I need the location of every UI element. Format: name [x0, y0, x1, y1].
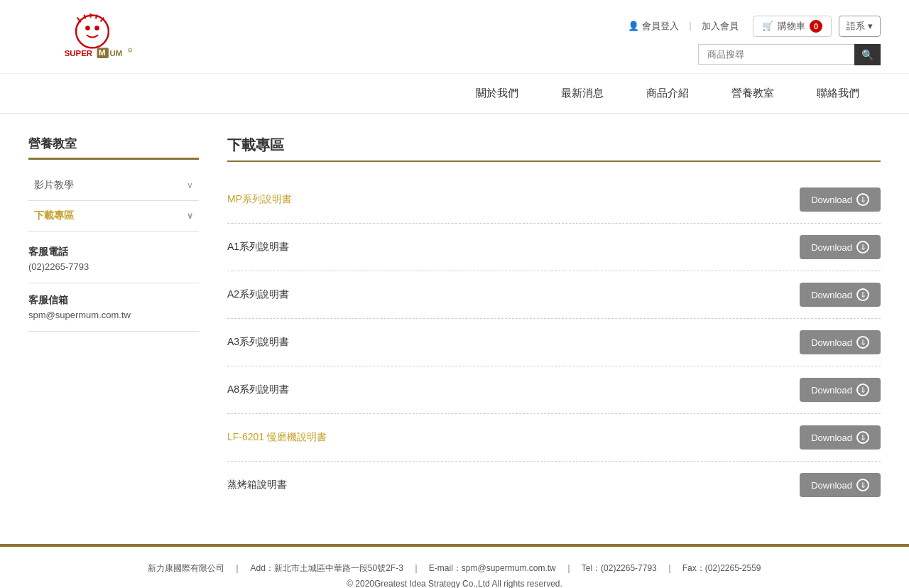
- contact-phone-value: (02)2265-7793: [28, 261, 199, 283]
- search-input[interactable]: [698, 44, 854, 65]
- svg-point-0: [76, 15, 109, 48]
- cart-icon: 🛒: [762, 21, 773, 31]
- person-icon: 👤: [628, 21, 639, 31]
- contact-email-value: spm@supermum.com.tw: [28, 310, 199, 332]
- sidebar-item-download[interactable]: 下載專區 ∨: [28, 201, 199, 232]
- doc-title-2: A2系列說明書: [227, 288, 289, 301]
- download-row: A1系列說明書Download ⇓: [227, 224, 881, 271]
- doc-title-5[interactable]: LF-6201 慢磨機說明書: [227, 431, 327, 444]
- doc-title-0[interactable]: MP系列說明書: [227, 193, 292, 206]
- svg-text:UM: UM: [110, 49, 123, 58]
- doc-title-4: A8系列說明書: [227, 383, 289, 396]
- download-button-1[interactable]: Download ⇓: [800, 235, 881, 259]
- download-button-2[interactable]: Download ⇓: [800, 283, 881, 307]
- nav-item-營養教室[interactable]: 營養教室: [710, 74, 795, 113]
- footer-info: 新力康國際有限公司 ｜ Add：新北市土城區中華路一段50號2F-3 ｜ E-m…: [28, 561, 881, 577]
- svg-text:M: M: [99, 48, 106, 57]
- download-row: MP系列說明書Download ⇓: [227, 176, 881, 224]
- nav-item-商品介紹[interactable]: 商品介紹: [625, 74, 710, 113]
- doc-title-1: A1系列說明書: [227, 241, 289, 254]
- language-button[interactable]: 語系 ▾: [839, 16, 881, 37]
- footer-copyright: © 2020Greatest Idea Strategy Co.,Ltd All…: [28, 577, 881, 588]
- download-icon: ⇓: [856, 336, 869, 349]
- join-link[interactable]: 加入會員: [702, 20, 739, 33]
- download-row: A2系列說明書Download ⇓: [227, 271, 881, 319]
- chevron-icon-download: ∨: [187, 211, 193, 221]
- svg-text:SUPER: SUPER: [65, 49, 93, 58]
- download-icon: ⇓: [856, 288, 869, 301]
- download-row: 蒸烤箱說明書Download ⇓: [227, 462, 881, 508]
- login-link[interactable]: 👤 會員登入: [628, 20, 679, 33]
- sidebar-contact: 客服電話 (02)2265-7793 客服信箱 spm@supermum.com…: [28, 246, 199, 332]
- download-button-6[interactable]: Download ⇓: [800, 473, 881, 497]
- download-icon: ⇓: [856, 383, 869, 396]
- page-title-area: 下載專區: [227, 136, 881, 162]
- download-row: A3系列說明書Download ⇓: [227, 319, 881, 366]
- doc-title-3: A3系列說明書: [227, 336, 289, 349]
- svg-text:®: ®: [129, 50, 131, 53]
- svg-point-1: [85, 26, 90, 31]
- sidebar-item-video[interactable]: 影片教學 ∨: [28, 170, 199, 201]
- download-button-4[interactable]: Download ⇓: [800, 378, 881, 402]
- download-icon: ⇓: [856, 241, 869, 254]
- main-nav: 關於我們最新消息商品介紹營養教室聯絡我們: [0, 74, 909, 114]
- cart-button[interactable]: 🛒 購物車 0: [753, 16, 832, 37]
- main-content: 下載專區 MP系列說明書Download ⇓A1系列說明書Download ⇓A…: [227, 136, 881, 508]
- cart-count: 0: [810, 20, 822, 33]
- nav-item-關於我們[interactable]: 關於我們: [454, 74, 540, 113]
- chevron-icon-video: ∨: [187, 180, 193, 190]
- download-icon: ⇓: [856, 479, 869, 491]
- search-icon: 🔍: [861, 49, 873, 60]
- chevron-down-icon: ▾: [868, 21, 873, 31]
- sidebar-title: 營養教室: [28, 136, 199, 160]
- download-icon: ⇓: [856, 193, 869, 206]
- download-button-0[interactable]: Download ⇓: [800, 187, 881, 212]
- nav-item-聯絡我們[interactable]: 聯絡我們: [795, 74, 881, 113]
- contact-email-label: 客服信箱: [28, 294, 199, 307]
- contact-phone-label: 客服電話: [28, 246, 199, 258]
- download-button-3[interactable]: Download ⇓: [800, 330, 881, 354]
- page-title: 下載專區: [227, 136, 881, 155]
- download-icon: ⇓: [856, 431, 869, 444]
- download-row: A8系列說明書Download ⇓: [227, 366, 881, 414]
- download-list: MP系列說明書Download ⇓A1系列說明書Download ⇓A2系列說明…: [227, 176, 881, 508]
- logo[interactable]: SUPER M UM ®: [28, 11, 156, 70]
- download-row: LF-6201 慢磨機說明書Download ⇓: [227, 414, 881, 462]
- footer: 新力康國際有限公司 ｜ Add：新北市土城區中華路一段50號2F-3 ｜ E-m…: [0, 544, 909, 588]
- svg-point-2: [94, 26, 99, 31]
- doc-title-6: 蒸烤箱說明書: [227, 479, 287, 491]
- nav-item-最新消息[interactable]: 最新消息: [540, 74, 625, 113]
- divider: ｜: [686, 20, 695, 32]
- sidebar: 營養教室 影片教學 ∨ 下載專區 ∨ 客服電話 (02)2265-7793 客服…: [28, 136, 199, 508]
- search-button[interactable]: 🔍: [854, 44, 881, 65]
- download-button-5[interactable]: Download ⇓: [800, 425, 881, 450]
